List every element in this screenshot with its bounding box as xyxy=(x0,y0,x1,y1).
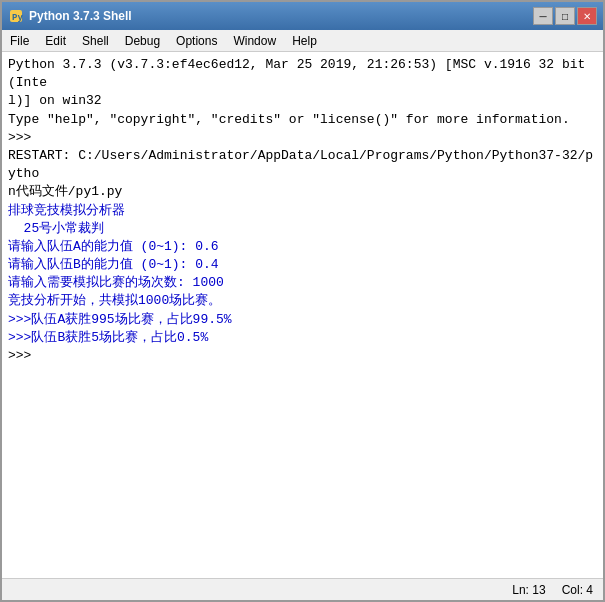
output-line: Python 3.7.3 (v3.7.3:ef4ec6ed12, Mar 25 … xyxy=(8,56,597,111)
menu-help[interactable]: Help xyxy=(284,32,325,50)
output-line: >>> xyxy=(8,129,597,147)
app-icon: Py xyxy=(8,8,24,24)
python-shell-window: Py Python 3.7.3 Shell ─ □ ✕ File Edit Sh… xyxy=(0,0,605,602)
menu-shell[interactable]: Shell xyxy=(74,32,117,50)
output-line: Type "help", "copyright", "credits" or "… xyxy=(8,111,597,129)
output-line: 请输入队伍B的能力值 (0~1): 0.4 xyxy=(8,256,597,274)
menu-file[interactable]: File xyxy=(2,32,37,50)
menu-edit[interactable]: Edit xyxy=(37,32,74,50)
line-number: Ln: 13 xyxy=(512,583,545,597)
menu-debug[interactable]: Debug xyxy=(117,32,168,50)
output-line: RESTART: C:/Users/Administrator/AppData/… xyxy=(8,147,597,202)
output-line: 请输入队伍A的能力值 (0~1): 0.6 xyxy=(8,238,597,256)
statusbar: Ln: 13 Col: 4 xyxy=(2,578,603,600)
maximize-button[interactable]: □ xyxy=(555,7,575,25)
minimize-button[interactable]: ─ xyxy=(533,7,553,25)
window-controls: ─ □ ✕ xyxy=(533,7,597,25)
output-line: 排球竞技模拟分析器 xyxy=(8,202,597,220)
output-line: 请输入需要模拟比赛的场次数: 1000 xyxy=(8,274,597,292)
menubar: File Edit Shell Debug Options Window Hel… xyxy=(2,30,603,52)
window-title: Python 3.7.3 Shell xyxy=(29,9,533,23)
titlebar: Py Python 3.7.3 Shell ─ □ ✕ xyxy=(2,2,603,30)
output-line: >>>队伍A获胜995场比赛，占比99.5% xyxy=(8,311,597,329)
output-line: >>> xyxy=(8,347,597,365)
close-button[interactable]: ✕ xyxy=(577,7,597,25)
output-line: >>>队伍B获胜5场比赛，占比0.5% xyxy=(8,329,597,347)
col-number: Col: 4 xyxy=(562,583,593,597)
menu-options[interactable]: Options xyxy=(168,32,225,50)
shell-output[interactable]: Python 3.7.3 (v3.7.3:ef4ec6ed12, Mar 25 … xyxy=(2,52,603,578)
svg-text:Py: Py xyxy=(12,13,23,23)
output-line: 竞技分析开始，共模拟1000场比赛。 xyxy=(8,292,597,310)
output-line: 25号小常裁判 xyxy=(8,220,597,238)
menu-window[interactable]: Window xyxy=(225,32,284,50)
